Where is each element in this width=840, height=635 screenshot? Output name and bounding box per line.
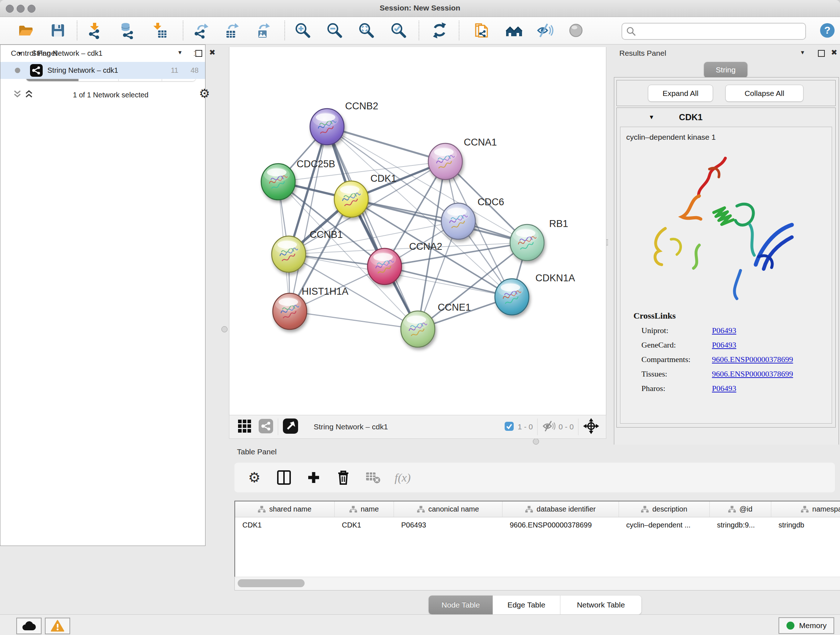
memory-button[interactable]: Memory	[778, 617, 834, 634]
scrollbar-thumb[interactable]	[238, 579, 305, 587]
float-panel-icon[interactable]	[818, 50, 825, 57]
crosslink-link[interactable]: 9606.ENSP00000378699	[712, 369, 793, 379]
refresh-layout-icon[interactable]	[430, 21, 449, 40]
column-type-icon	[728, 506, 736, 513]
import-network-icon[interactable]	[85, 21, 104, 40]
close-panel-icon[interactable]: ✖	[831, 48, 837, 57]
control-panel: Control Panel ▼ ✖ Network Style Select S…	[0, 44, 221, 614]
network-node-CDKN1A[interactable]: CDKN1A	[495, 272, 575, 315]
column-type-icon	[801, 506, 808, 513]
import-network-database-icon[interactable]	[118, 21, 136, 40]
help-button[interactable]: ?	[818, 21, 837, 40]
hidden-node-edge-counts: 0 - 0	[559, 423, 574, 431]
crosslink-label: GeneCard:	[641, 340, 712, 350]
panel-menu-icon[interactable]: ▼	[800, 49, 805, 55]
hide-graphics-eye-icon[interactable]	[535, 21, 554, 40]
tab-node-table[interactable]: Node Table	[429, 595, 493, 614]
share-document-icon[interactable]	[472, 21, 491, 40]
network-node-RB1[interactable]: RB1	[510, 218, 568, 261]
crosslink-label: Uniprot:	[641, 326, 712, 335]
zoom-selected-icon[interactable]	[389, 21, 408, 40]
node-label: CDC6	[477, 196, 504, 207]
table-horizontal-scrollbar[interactable]	[234, 577, 840, 591]
warning-button[interactable]	[45, 618, 70, 634]
tab-string[interactable]: String	[704, 62, 747, 78]
toolbar-separator	[459, 21, 459, 40]
network-node-CCNA1[interactable]: CCNA1	[428, 137, 497, 180]
network-view-canvas[interactable]: CCNB2CCNA1CDC25BCDK1CDC6RB1CCNB1CCNA2CDK…	[229, 47, 606, 415]
crosslink-link[interactable]: P06493	[712, 326, 736, 335]
table-cell[interactable]: stringdb:9...	[710, 517, 771, 532]
collapse-triangle-icon[interactable]: ▼	[649, 114, 654, 120]
add-column-icon[interactable]	[304, 468, 324, 487]
hidden-eye-icon[interactable]	[542, 420, 556, 433]
pan-crosshair-icon[interactable]	[583, 418, 600, 436]
crosslink-link[interactable]: 9606.ENSP00000378699	[712, 355, 793, 364]
tab-network-table[interactable]: Network Table	[561, 595, 641, 614]
splitter-handle[interactable]	[533, 439, 539, 445]
tab-edge-table[interactable]: Edge Table	[493, 595, 561, 614]
selected-checkbox-icon[interactable]	[504, 421, 514, 432]
zoom-in-icon[interactable]	[294, 21, 312, 40]
search-field[interactable]	[622, 23, 806, 40]
close-panel-icon[interactable]: ✖	[209, 48, 216, 57]
network-collection-row[interactable]: ▼ String Network – cdk1 1	[0, 45, 205, 62]
node-table: shared namenamecanonical namedatabase id…	[234, 501, 840, 578]
gray-ball-icon[interactable]	[567, 21, 585, 40]
table-cell[interactable]: P06493	[394, 517, 502, 532]
network-view-title: String Network – cdk1	[314, 423, 388, 431]
network-row[interactable]: String Network – cdk1 11 48	[0, 62, 205, 79]
crosslink-link[interactable]: P06493	[712, 340, 736, 350]
column-header-name[interactable]: name	[335, 501, 394, 517]
warning-icon	[51, 620, 65, 632]
node-detail-card: cyclin–dependent kinase 1	[620, 127, 832, 424]
export-network-icon[interactable]	[192, 21, 210, 40]
export-image-icon[interactable]	[254, 21, 272, 40]
export-table-icon[interactable]	[223, 21, 241, 40]
network-node-CCNE1[interactable]: CCNE1	[401, 302, 471, 347]
column-header-shared-name[interactable]: shared name	[235, 501, 335, 517]
network-node-HIST1H1A[interactable]: HIST1H1A	[273, 286, 348, 329]
delete-column-trash-icon[interactable]	[333, 468, 353, 487]
table-header-row[interactable]: shared namenamecanonical namedatabase id…	[235, 501, 840, 517]
splitter-handle[interactable]	[221, 326, 227, 333]
column-header--id[interactable]: @id	[710, 501, 771, 517]
node-section-header[interactable]: ▼ CDK1	[617, 108, 835, 127]
table-options-gear-icon[interactable]: ⚙	[245, 468, 264, 487]
string-network-graph[interactable]: CCNB2CCNA1CDC25BCDK1CDC6RB1CCNB1CCNA2CDK…	[229, 47, 606, 415]
table-cell[interactable]: stringdb	[771, 517, 840, 532]
table-cell[interactable]: CDK1	[235, 517, 335, 532]
crosslink-row: Compartments:9606.ENSP00000378699	[641, 355, 832, 364]
column-header-label: canonical name	[428, 505, 479, 513]
column-header-database-identifier[interactable]: database identifier	[502, 501, 619, 517]
table-cell[interactable]: cyclin–dependent ...	[619, 517, 710, 532]
open-file-icon[interactable]	[16, 21, 35, 40]
crosslink-row: Tissues:9606.ENSP00000378699	[641, 369, 832, 379]
expand-all-button[interactable]: Expand All	[648, 85, 713, 102]
show-columns-icon[interactable]	[274, 468, 294, 487]
crosslink-link[interactable]: P06493	[712, 384, 736, 393]
collapse-triangle-icon[interactable]: ▼	[17, 50, 22, 57]
cloud-button[interactable]	[16, 618, 42, 634]
table-cell[interactable]: 9606.ENSP00000378699	[502, 517, 619, 532]
string-badge-gray-icon[interactable]	[258, 418, 273, 435]
column-type-icon	[258, 506, 265, 513]
import-table-icon[interactable]	[150, 21, 169, 40]
column-header-description[interactable]: description	[619, 501, 710, 517]
zoom-fit-icon[interactable]	[357, 21, 376, 40]
column-header-canonical-name[interactable]: canonical name	[394, 501, 502, 517]
network-label: String Network – cdk1	[47, 66, 118, 74]
birdseye-grid-icon[interactable]	[237, 419, 252, 435]
collapse-all-button[interactable]: Collapse All	[725, 85, 804, 102]
external-arrow-icon[interactable]	[283, 418, 298, 435]
column-header-namespace[interactable]: namespace	[771, 501, 840, 517]
status-bar: Memory	[0, 614, 840, 635]
table-cell[interactable]: CDK1	[335, 517, 394, 532]
search-input[interactable]	[638, 25, 805, 38]
save-session-icon[interactable]	[49, 21, 67, 40]
houses-icon[interactable]	[505, 21, 523, 40]
table-row[interactable]: CDK1CDK1P064939606.ENSP00000378699cyclin…	[235, 517, 840, 532]
node-count: 11	[171, 66, 178, 74]
zoom-out-icon[interactable]	[325, 21, 344, 40]
network-options-gear-icon[interactable]: ⚙	[199, 87, 210, 100]
